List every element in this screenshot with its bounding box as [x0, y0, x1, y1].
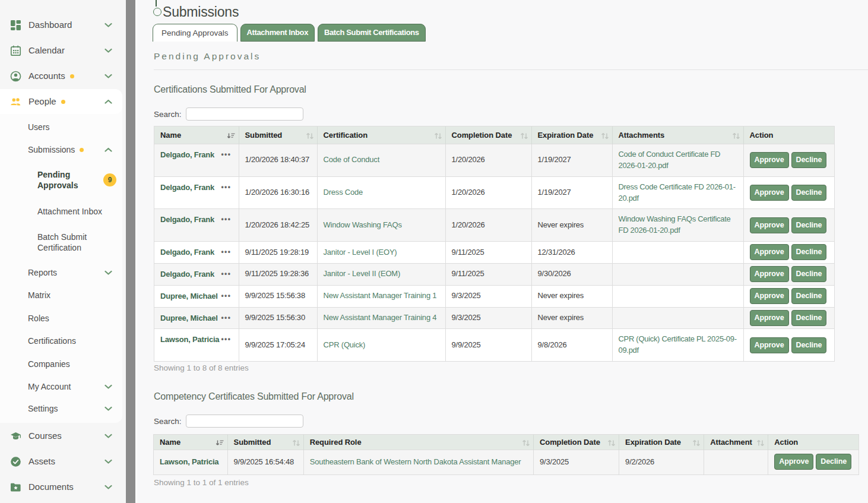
certification-cell: Window Washing FAQs: [317, 209, 445, 242]
approve-button[interactable]: Approve: [750, 310, 789, 326]
column-header-completion-date[interactable]: Completion Date: [445, 126, 531, 144]
tab-attachment-inbox[interactable]: Attachment Inbox: [240, 24, 315, 42]
attachment-link[interactable]: Window Washing FAQs Certificate FD 2026-…: [619, 214, 731, 235]
sidebar-item-calendar[interactable]: Calendar: [0, 38, 122, 63]
sidebar-item-label: Batch Submit Certification: [37, 232, 100, 253]
sidebar-item-label: Courses: [28, 431, 62, 441]
sidebar-item-roles[interactable]: Roles: [0, 307, 122, 330]
column-header-name[interactable]: Name: [154, 126, 239, 144]
column-header-required-role[interactable]: Required Role: [303, 435, 533, 450]
section-header: Pending Approvals: [154, 51, 261, 62]
sidebar-item-label: My Account: [28, 381, 71, 392]
approve-button[interactable]: Approve: [750, 244, 789, 260]
completion-date-cell: 1/20/2026: [445, 209, 531, 242]
column-header-action[interactable]: Action: [743, 126, 834, 144]
decline-button[interactable]: Decline: [791, 244, 827, 260]
tab-batch-submit-certifications[interactable]: Batch Submit Certifications: [318, 24, 426, 42]
decline-button[interactable]: Decline: [816, 454, 851, 470]
decline-button[interactable]: Decline: [791, 310, 827, 326]
sidebar-item-assets[interactable]: Assets: [0, 449, 122, 474]
sidebar-item-batch-submit-certification[interactable]: Batch Submit Certification: [0, 229, 122, 255]
decline-button[interactable]: Decline: [791, 217, 827, 233]
row-menu-icon[interactable]: •••: [221, 150, 231, 160]
decline-button[interactable]: Decline: [791, 266, 827, 282]
column-header-attachments[interactable]: Attachments: [612, 126, 743, 144]
certification-link[interactable]: Code of Conduct: [324, 155, 380, 164]
sidebar-item-courses[interactable]: Courses: [0, 423, 122, 448]
column-header-certification[interactable]: Certification: [317, 126, 445, 144]
sidebar-item-my-account[interactable]: My Account: [0, 375, 122, 398]
certification-link[interactable]: Janitor - Level II (EOM): [324, 269, 401, 278]
table-row: Lawson, Patricia•••9/9/2025 17:05:24CPR …: [154, 329, 834, 361]
column-header-submitted[interactable]: Submitted: [239, 126, 317, 144]
required-role-cell: Southeastern Bank of Western North Dakot…: [303, 450, 533, 475]
row-menu-icon[interactable]: •••: [221, 291, 231, 301]
expiration-date-cell: 1/19/2027: [531, 144, 612, 177]
sidebar-item-accounts[interactable]: Accounts: [0, 64, 122, 88]
approve-button[interactable]: Approve: [750, 185, 789, 201]
approve-button[interactable]: Approve: [774, 454, 813, 470]
approve-button[interactable]: Approve: [750, 217, 789, 233]
certification-link[interactable]: New Assistant Manager Training 1: [324, 291, 437, 300]
sidebar-item-certifications[interactable]: Certifications: [0, 330, 122, 352]
certification-link[interactable]: Window Washing FAQs: [324, 220, 402, 229]
sidebar-item-companies[interactable]: Companies: [0, 353, 122, 375]
column-header-expiration-date[interactable]: Expiration Date: [619, 435, 704, 450]
tab-pending-approvals[interactable]: Pending Approvals: [153, 24, 237, 42]
sidebar-item-reports[interactable]: Reports: [0, 261, 122, 284]
decline-button[interactable]: Decline: [791, 152, 827, 168]
column-header-action[interactable]: Action: [768, 435, 859, 450]
sidebar-item-pending-approvals[interactable]: Pending Approvals9: [0, 167, 122, 193]
sidebar-item-users[interactable]: Users: [0, 116, 122, 138]
decline-button[interactable]: Decline: [791, 288, 827, 304]
row-menu-icon[interactable]: •••: [221, 182, 231, 192]
decline-button[interactable]: Decline: [791, 185, 827, 201]
sort-icon: [732, 132, 740, 140]
sort-icon: [607, 439, 616, 447]
attachment-link[interactable]: Dress Code Certificate FD 2026-01-20.pdf: [619, 182, 736, 203]
row-menu-icon[interactable]: •••: [221, 247, 231, 257]
sidebar-item-attachment-inbox[interactable]: Attachment Inbox: [0, 200, 122, 223]
certification-link[interactable]: CPR (Quick): [324, 340, 366, 349]
competency-table-title: Competency Certificates Submitted For Ap…: [154, 391, 354, 402]
column-header-name[interactable]: Name: [154, 435, 227, 450]
attachment-link[interactable]: CPR (Quick) Certificate PL 2025-09-09.pd…: [619, 334, 737, 355]
approve-button[interactable]: Approve: [750, 337, 789, 353]
decline-button[interactable]: Decline: [791, 337, 827, 353]
approve-button[interactable]: Approve: [750, 152, 789, 168]
certifications-search-input[interactable]: [186, 107, 303, 121]
sidebar-item-label: Reports: [28, 267, 57, 278]
completion-date-cell: 9/3/2025: [445, 285, 531, 307]
sidebar-item-settings[interactable]: Settings: [0, 397, 122, 420]
attachment-link[interactable]: Code of Conduct Certificate FD 2026-01-2…: [619, 150, 721, 170]
row-menu-icon[interactable]: •••: [221, 313, 231, 323]
sidebar-item-documents[interactable]: Documents: [0, 474, 122, 499]
sidebar-item-dashboard[interactable]: Dashboard: [0, 12, 122, 37]
completion-date-cell: 1/20/2026: [445, 176, 531, 209]
column-header-expiration-date[interactable]: Expiration Date: [531, 126, 612, 144]
sidebar-item-submissions[interactable]: Submissions: [0, 138, 122, 161]
column-header-submitted[interactable]: Submitted: [227, 435, 303, 450]
row-menu-icon[interactable]: •••: [221, 334, 231, 344]
certification-link[interactable]: Dress Code: [324, 188, 363, 197]
approve-button[interactable]: Approve: [750, 288, 789, 304]
row-menu-icon[interactable]: •••: [221, 214, 231, 224]
approve-button[interactable]: Approve: [750, 266, 789, 282]
completion-date-cell: 9/3/2025: [445, 307, 531, 329]
attachment-cell: [612, 285, 743, 307]
completion-date-cell: 1/20/2026: [445, 144, 531, 177]
sort-icon: [292, 439, 300, 447]
column-header-attachment[interactable]: Attachment: [704, 435, 768, 450]
name-cell: Lawson, Patricia•••: [154, 329, 239, 361]
sidebar-item-matrix[interactable]: Matrix: [0, 284, 122, 306]
action-cell: ApproveDecline: [743, 329, 834, 361]
sidebar-item-people[interactable]: People: [0, 89, 122, 114]
required-role-link[interactable]: Southeastern Bank of Western North Dakot…: [310, 457, 521, 466]
certification-link[interactable]: Janitor - Level I (EOY): [324, 248, 397, 257]
competency-search-input[interactable]: [186, 415, 303, 428]
sidebar-item-label: People: [28, 96, 56, 107]
sidebar-scrollbar[interactable]: [126, 0, 135, 503]
certification-link[interactable]: New Assistant Manager Training 4: [324, 313, 437, 322]
row-menu-icon[interactable]: •••: [221, 269, 231, 279]
column-header-completion-date[interactable]: Completion Date: [534, 435, 619, 450]
